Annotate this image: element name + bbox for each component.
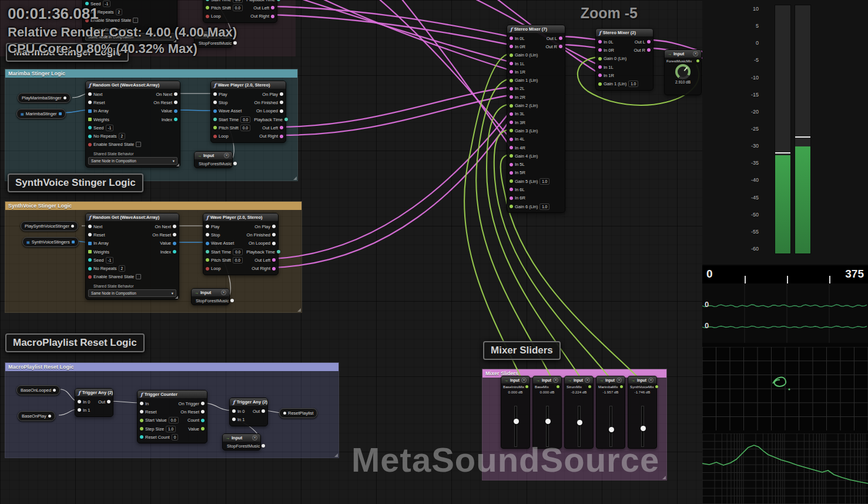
- input-pin[interactable]: [85, 2, 89, 5]
- value-box[interactable]: -1: [103, 1, 111, 7]
- input-pin[interactable]: [88, 118, 92, 121]
- checkbox[interactable]: [136, 142, 141, 147]
- output-pin[interactable]: [271, 6, 274, 9]
- input-pin[interactable]: [78, 400, 81, 403]
- input-pin[interactable]: [510, 95, 513, 99]
- comment-title[interactable]: MacroPlaylist Reset Logic: [5, 363, 339, 371]
- output-pin[interactable]: [201, 419, 205, 422]
- value-box[interactable]: 2: [116, 9, 123, 15]
- output-pin[interactable]: [655, 385, 658, 388]
- close-icon[interactable]: ✕: [221, 290, 226, 295]
- input-pin[interactable]: [206, 15, 209, 18]
- output-pin[interactable]: [72, 241, 75, 243]
- node-wave-player-partial[interactable]: ƒWave Player (2.0, Stereo) Play On Play …: [203, 0, 277, 23]
- node-input-slider[interactable]: →Input✕ BaseIntroMix 0.000 dB: [501, 376, 530, 449]
- value-box[interactable]: -1: [106, 125, 114, 131]
- output-pin[interactable]: [284, 118, 288, 121]
- pill-playmarimbastinger[interactable]: PlayMarimbaStinger: [18, 93, 71, 103]
- input-pin[interactable]: [206, 267, 209, 271]
- input-pin[interactable]: [510, 79, 513, 82]
- close-icon[interactable]: ✕: [616, 378, 622, 383]
- input-pin[interactable]: [510, 36, 513, 40]
- node-stereo-mixer-7[interactable]: ƒStereo Mixer (7) In 0L Out L In 0R Out …: [507, 25, 565, 213]
- input-pin[interactable]: [510, 163, 513, 166]
- node-input-slider[interactable]: →Input✕ BaseMix 0.000 dB: [532, 376, 562, 449]
- shared-state-dropdown[interactable]: Same Node in Composition▾: [85, 33, 175, 41]
- biglabel-marimba[interactable]: Marimba Stinger Logic: [6, 43, 129, 62]
- input-pin[interactable]: [510, 146, 513, 149]
- pill-marimbastinger[interactable]: ▦ MarimbaStinger: [16, 109, 66, 119]
- input-pin[interactable]: [88, 92, 92, 96]
- input-pin[interactable]: [510, 138, 513, 141]
- output-pin[interactable]: [696, 59, 699, 62]
- slider-track[interactable]: [578, 406, 581, 447]
- input-pin[interactable]: [510, 179, 513, 183]
- output-pin[interactable]: [48, 415, 51, 418]
- input-pin[interactable]: [232, 409, 236, 413]
- output-pin[interactable]: [173, 250, 176, 253]
- gain-knob[interactable]: [675, 64, 691, 79]
- value-box[interactable]: 0: [172, 434, 179, 440]
- output-pin[interactable]: [53, 389, 56, 392]
- input-pin[interactable]: [140, 427, 143, 430]
- input-pin[interactable]: [598, 57, 602, 61]
- input-pin[interactable]: [213, 118, 217, 121]
- input-pin[interactable]: [510, 196, 513, 200]
- node-random-get-partial[interactable]: ƒRandom Get (WaveAsset:Array) Next On Ne…: [82, 0, 177, 44]
- input-pin[interactable]: [88, 143, 92, 146]
- input-pin[interactable]: [88, 275, 92, 279]
- node-trigger-any-1[interactable]: ƒTrigger Any (2) In 0 Out In 1: [75, 388, 113, 417]
- input-pin[interactable]: [510, 87, 513, 91]
- close-icon[interactable]: ✕: [224, 32, 229, 38]
- pill-resetplaylist[interactable]: ResetPlaylist: [279, 408, 317, 418]
- input-pin[interactable]: [88, 126, 92, 129]
- input-pin[interactable]: [510, 129, 513, 132]
- output-pin[interactable]: [262, 409, 265, 413]
- output-pin[interactable]: [280, 101, 283, 104]
- resize-handle[interactable]: [662, 476, 666, 479]
- value-box[interactable]: 1.0: [539, 203, 549, 210]
- node-input-stopforestmusic-marimba[interactable]: →Input✕ StopForestMusic: [194, 151, 233, 168]
- input-pin[interactable]: [88, 233, 92, 236]
- close-icon[interactable]: ✕: [585, 378, 590, 383]
- checkbox[interactable]: [133, 18, 138, 23]
- value-box[interactable]: 0.0: [169, 417, 179, 423]
- slider-track[interactable]: [609, 406, 612, 447]
- input-pin[interactable]: [85, 19, 89, 22]
- output-pin[interactable]: [280, 92, 283, 96]
- resize-handle[interactable]: [293, 176, 297, 180]
- input-pin[interactable]: [140, 435, 143, 439]
- output-pin[interactable]: [174, 101, 177, 104]
- node-input-forestmusicmix[interactable]: →Input✕ ForestMusicMix 2.910 dB: [664, 49, 702, 95]
- output-pin[interactable]: [174, 92, 177, 96]
- input-pin[interactable]: [213, 101, 217, 104]
- input-pin[interactable]: [598, 82, 602, 86]
- output-pin[interactable]: [201, 410, 205, 413]
- output-pin[interactable]: [280, 109, 283, 113]
- node-input-slider[interactable]: →Input✕ StrumMix -0.224 dB: [564, 376, 594, 449]
- close-icon[interactable]: ✕: [693, 51, 698, 56]
- output-pin[interactable]: [559, 36, 562, 40]
- comment-title[interactable]: Marimba Stinger Logic: [5, 69, 297, 78]
- node-input-slider[interactable]: →Input✕ MarimbaMix -1.957 dB: [596, 376, 625, 449]
- close-icon[interactable]: ✕: [648, 378, 653, 383]
- output-pin[interactable]: [174, 118, 177, 121]
- value-box[interactable]: 0.0: [240, 116, 250, 123]
- output-pin[interactable]: [174, 109, 177, 113]
- input-pin[interactable]: [206, 233, 209, 236]
- value-box[interactable]: 2: [119, 265, 126, 272]
- pill-playsynthvoicestinger[interactable]: PlaySynthVoiceStinger: [21, 221, 78, 231]
- input-pin[interactable]: [510, 45, 513, 48]
- output-pin[interactable]: [557, 385, 559, 388]
- biglabel-macroplaylist[interactable]: MacroPlaylist Reset Logic: [5, 333, 145, 352]
- input-pin[interactable]: [213, 135, 217, 138]
- input-pin[interactable]: [510, 154, 513, 158]
- input-pin[interactable]: [213, 126, 217, 129]
- node-input-stopforestmusic-macro[interactable]: →Input✕ StopForestMusic: [222, 433, 261, 450]
- close-icon[interactable]: ✕: [553, 378, 558, 383]
- output-pin[interactable]: [107, 400, 110, 403]
- slider-knob[interactable]: [641, 426, 646, 431]
- close-icon[interactable]: ✕: [521, 378, 527, 383]
- input-pin[interactable]: [88, 109, 92, 113]
- input-pin[interactable]: [598, 65, 602, 69]
